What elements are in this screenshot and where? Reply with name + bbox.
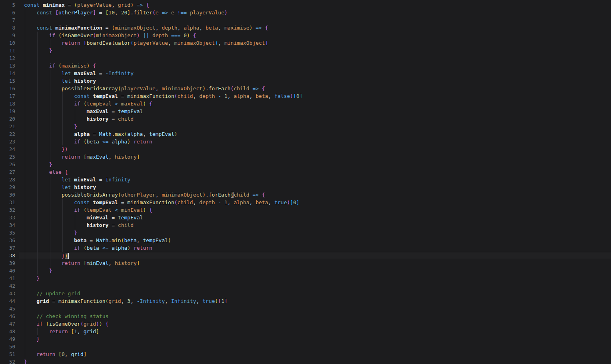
code-line-8[interactable]: 8 const minimaxFunction = (minimaxObject… xyxy=(0,24,611,32)
line-number[interactable]: 36 xyxy=(0,237,15,244)
code-line-30[interactable]: 30 possibleGridsArray(otherPlayer, minim… xyxy=(0,191,611,199)
code-line-50[interactable]: 50 xyxy=(0,343,611,350)
code-line-27[interactable]: 27 else { xyxy=(0,168,611,176)
line-number[interactable]: 11 xyxy=(0,47,15,54)
code-line-42[interactable]: 42 xyxy=(0,282,611,290)
line-number[interactable]: 51 xyxy=(0,350,15,358)
line-number[interactable]: 23 xyxy=(0,138,15,145)
code-line-10[interactable]: 10 return [boardEvaluator(playerValue, m… xyxy=(0,39,611,47)
code-line-37[interactable]: 37 if (beta <= alpha) return xyxy=(0,244,611,252)
code-line-6[interactable]: 6 const [otherPlayer] = [10, 20].filter(… xyxy=(0,9,611,16)
line-number[interactable]: 27 xyxy=(0,168,15,176)
code-line-36[interactable]: 36 beta = Math.min(beta, tempEval) xyxy=(0,237,611,244)
line-number[interactable]: 44 xyxy=(0,297,15,305)
code-line-44[interactable]: 44 grid = minimaxFunction(grid, 3, -Infi… xyxy=(0,297,611,305)
line-number[interactable]: 7 xyxy=(0,16,15,24)
line-number[interactable]: 21 xyxy=(0,123,15,130)
line-number[interactable]: 26 xyxy=(0,161,15,168)
code-line-26[interactable]: 26 } xyxy=(0,161,611,168)
line-number[interactable]: 10 xyxy=(0,39,15,47)
code-line-14[interactable]: 14 let maxEval = -Infinity xyxy=(0,70,611,77)
line-number[interactable]: 8 xyxy=(0,24,15,32)
line-number[interactable]: 35 xyxy=(0,229,15,237)
line-number[interactable]: 5 xyxy=(0,1,15,9)
line-number[interactable]: 50 xyxy=(0,343,15,350)
code-line-48[interactable]: 48 return [1, grid] xyxy=(0,328,611,335)
code-line-12[interactable]: 12 xyxy=(0,54,611,62)
code-line-11[interactable]: 11 } xyxy=(0,47,611,54)
code-line-22[interactable]: 22 alpha = Math.max(alpha, tempEval) xyxy=(0,130,611,138)
line-number[interactable]: 45 xyxy=(0,305,15,312)
line-number[interactable]: 30 xyxy=(0,191,15,199)
line-number[interactable]: 6 xyxy=(0,9,15,16)
line-number[interactable]: 38 xyxy=(0,252,15,259)
code-line-45[interactable]: 45 xyxy=(0,305,611,312)
line-number[interactable]: 25 xyxy=(0,153,15,161)
code-line-9[interactable]: 9 if (isGameOver(minimaxObject) || depth… xyxy=(0,32,611,39)
code-line-25[interactable]: 25 return [maxEval, history] xyxy=(0,153,611,161)
code-line-40[interactable]: 40 } xyxy=(0,267,611,274)
code-line-32[interactable]: 32 if (tempEval < minEval) { xyxy=(0,206,611,214)
code-line-38[interactable]: 38 }) xyxy=(0,252,611,259)
code-line-16[interactable]: 16 possibleGridsArray(playerValue, minim… xyxy=(0,85,611,92)
code-line-34[interactable]: 34 history = child xyxy=(0,221,611,229)
line-number[interactable]: 19 xyxy=(0,107,15,115)
code-line-31[interactable]: 31 const tempEval = minimaxFunction(chil… xyxy=(0,199,611,206)
line-number[interactable]: 32 xyxy=(0,206,15,214)
line-number[interactable]: 46 xyxy=(0,312,15,320)
code-line-21[interactable]: 21 } xyxy=(0,123,611,130)
line-number[interactable]: 43 xyxy=(0,290,15,297)
code-line-33[interactable]: 33 minEval = tempEval xyxy=(0,214,611,221)
line-number[interactable]: 31 xyxy=(0,199,15,206)
code-line-17[interactable]: 17 const tempEval = minimaxFunction(chil… xyxy=(0,92,611,100)
line-number[interactable]: 24 xyxy=(0,145,15,153)
line-number[interactable]: 16 xyxy=(0,85,15,92)
code-line-23[interactable]: 23 if (beta <= alpha) return xyxy=(0,138,611,145)
line-number[interactable]: 34 xyxy=(0,221,15,229)
code-line-52[interactable]: 52} xyxy=(0,358,611,364)
line-number[interactable]: 17 xyxy=(0,92,15,100)
code-token: = xyxy=(96,70,105,76)
line-number[interactable]: 9 xyxy=(0,32,15,39)
line-number[interactable]: 22 xyxy=(0,130,15,138)
line-number[interactable]: 15 xyxy=(0,77,15,85)
code-line-18[interactable]: 18 if (tempEval > maxEval) { xyxy=(0,100,611,107)
code-line-39[interactable]: 39 return [minEval, history] xyxy=(0,259,611,267)
code-line-35[interactable]: 35 } xyxy=(0,229,611,237)
code-line-29[interactable]: 29 let history xyxy=(0,183,611,191)
line-number[interactable]: 13 xyxy=(0,62,15,70)
code-line-15[interactable]: 15 let history xyxy=(0,77,611,85)
code-line-43[interactable]: 43 // update grid xyxy=(0,290,611,297)
code-line-49[interactable]: 49 } xyxy=(0,335,611,343)
line-number[interactable]: 37 xyxy=(0,244,15,252)
line-number[interactable]: 14 xyxy=(0,70,15,77)
code-line-5[interactable]: 5const minimax = (playerValue, grid) => … xyxy=(0,1,611,9)
code-token: [ xyxy=(218,298,221,304)
line-number[interactable]: 18 xyxy=(0,100,15,107)
code-line-28[interactable]: 28 let minEval = Infinity xyxy=(0,176,611,183)
code-token: let xyxy=(62,184,74,190)
line-number[interactable]: 12 xyxy=(0,54,15,62)
code-line-7[interactable]: 7 xyxy=(0,16,611,24)
code-line-20[interactable]: 20 history = child xyxy=(0,115,611,123)
code-editor[interactable]: 5const minimax = (playerValue, grid) => … xyxy=(0,0,611,364)
code-line-19[interactable]: 19 maxEval = tempEval xyxy=(0,107,611,115)
line-number[interactable]: 29 xyxy=(0,183,15,191)
code-line-51[interactable]: 51 return [0, grid] xyxy=(0,350,611,358)
line-number[interactable]: 47 xyxy=(0,320,15,328)
line-number[interactable]: 33 xyxy=(0,214,15,221)
line-number[interactable]: 52 xyxy=(0,358,15,364)
line-number[interactable]: 40 xyxy=(0,267,15,274)
line-number[interactable]: 41 xyxy=(0,274,15,282)
code-line-24[interactable]: 24 }) xyxy=(0,145,611,153)
line-number[interactable]: 49 xyxy=(0,335,15,343)
line-number[interactable]: 48 xyxy=(0,328,15,335)
code-line-46[interactable]: 46 // check winning status xyxy=(0,312,611,320)
line-number[interactable]: 28 xyxy=(0,176,15,183)
code-line-47[interactable]: 47 if (isGameOver(grid)) { xyxy=(0,320,611,328)
line-number[interactable]: 42 xyxy=(0,282,15,290)
code-line-41[interactable]: 41 } xyxy=(0,274,611,282)
line-number[interactable]: 20 xyxy=(0,115,15,123)
line-number[interactable]: 39 xyxy=(0,259,15,267)
code-line-13[interactable]: 13 if (maximise) { xyxy=(0,62,611,70)
